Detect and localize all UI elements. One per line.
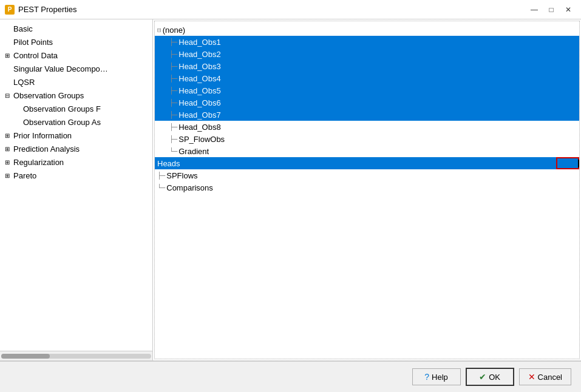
rtree-label-head-obs3: Head_Obs3 [178, 62, 220, 71]
left-panel: Basic Pilot Points ⊞ Control Data Singul… [0, 19, 153, 360]
cursor-box [556, 157, 579, 169]
cancel-button[interactable]: ✕ Cancel [519, 368, 571, 385]
minimize-button[interactable]: — [526, 3, 542, 16]
rtree-item-gradient[interactable]: └─ Gradient [155, 145, 579, 157]
tree-item-control-data[interactable]: ⊞ Control Data [0, 49, 152, 62]
cancel-label: Cancel [538, 373, 562, 382]
tree-item-prior-information[interactable]: ⊞ Prior Information [0, 129, 152, 142]
help-label: Help [432, 373, 448, 382]
rtree-label-heads: Heads [157, 159, 180, 168]
rtree-label-none: (none) [163, 25, 186, 35]
ok-label: OK [489, 373, 500, 382]
rtree-item-heads[interactable]: Heads [155, 157, 579, 169]
expand-control-data-icon[interactable]: ⊞ [2, 50, 12, 60]
connector: ├─ [169, 63, 177, 70]
rtree-item-head-obs3[interactable]: ├─ Head_Obs3 [155, 60, 579, 72]
expand-observation-groups-icon[interactable]: ⊟ [2, 90, 12, 100]
title-bar: P PEST Properties — □ ✕ [0, 0, 581, 19]
rtree-item-spflows[interactable]: ├─ SPFlows [155, 169, 579, 181]
tree-item-regularization[interactable]: ⊞ Regularization [0, 155, 152, 169]
connector: ├─ [169, 99, 177, 107]
window-title: PEST Properties [18, 5, 77, 14]
tree-item-svd[interactable]: Singular Value Decompo… [0, 62, 152, 75]
connector: ├─ [169, 87, 177, 95]
rtree-label-head-obs7: Head_Obs7 [178, 110, 220, 120]
rtree-label-head-obs1: Head_Obs1 [178, 38, 220, 47]
tree-label-obs-group-as: Observation Group As [22, 118, 101, 127]
tree-label-lqsr: LQSR [12, 78, 35, 87]
rtree-item-head-obs4[interactable]: ├─ Head_Obs4 [155, 72, 579, 84]
rtree-item-head-obs7[interactable]: ├─ Head_Obs7 [155, 109, 579, 121]
rtree-label-sp-flowobs: SP_FlowObs [178, 135, 225, 144]
tree-label-obs-groups-f: Observation Groups F [22, 104, 101, 113]
rtree-label-head-obs6: Head_Obs6 [178, 98, 220, 107]
left-tree[interactable]: Basic Pilot Points ⊞ Control Data Singul… [0, 19, 152, 351]
rtree-item-head-obs2[interactable]: ├─ Head_Obs2 [155, 48, 579, 60]
help-icon: ? [424, 372, 429, 382]
connector: ├─ [169, 111, 177, 119]
help-button[interactable]: ? Help [412, 368, 461, 385]
expand-icon: ⊟ [157, 26, 161, 34]
connector: └─ [169, 147, 177, 155]
rtree-label-head-obs8: Head_Obs8 [178, 123, 220, 132]
expand-prediction-analysis-icon[interactable]: ⊞ [2, 144, 12, 154]
tree-item-obs-group-as[interactable]: Observation Group As [10, 115, 152, 129]
rtree-item-head-obs8[interactable]: ├─ Head_Obs8 [155, 121, 579, 133]
expand-placeholder [2, 37, 12, 47]
maximize-button[interactable]: □ [543, 3, 559, 16]
title-bar-left: P PEST Properties [5, 5, 77, 15]
tree-label-prior-information: Prior Information [12, 131, 72, 140]
ok-button[interactable]: ✔ OK [466, 368, 514, 386]
rtree-item-comparisons[interactable]: └─ Comparisons [155, 181, 579, 194]
tree-label-prediction-analysis: Prediction Analysis [12, 144, 80, 154]
right-panel: ⊟ (none) ├─ Head_Obs1 ├─ Head_Obs2 ├─ He… [153, 19, 581, 360]
tree-label-basic: Basic [12, 24, 33, 33]
ok-icon: ✔ [479, 372, 486, 382]
tree-label-pilot-points: Pilot Points [12, 38, 53, 47]
connector: ├─ [169, 38, 177, 46]
expand-placeholder [2, 24, 12, 33]
tree-label-svd: Singular Value Decompo… [12, 64, 108, 73]
rtree-label-gradient: Gradient [178, 147, 209, 156]
tree-item-basic[interactable]: Basic [0, 22, 152, 35]
expand-placeholder [12, 104, 22, 113]
rtree-item-head-obs6[interactable]: ├─ Head_Obs6 [155, 96, 579, 109]
scrollbar-thumb[interactable] [1, 354, 50, 359]
close-button[interactable]: ✕ [560, 3, 576, 16]
right-tree[interactable]: ⊟ (none) ├─ Head_Obs1 ├─ Head_Obs2 ├─ He… [154, 21, 580, 359]
expand-placeholder [2, 77, 12, 87]
expand-placeholder [12, 117, 22, 127]
rtree-item-head-obs5[interactable]: ├─ Head_Obs5 [155, 84, 579, 96]
rtree-item-sp-flowobs[interactable]: ├─ SP_FlowObs [155, 133, 579, 145]
tree-item-pareto[interactable]: ⊞ Pareto [0, 169, 152, 182]
tree-label-pareto: Pareto [12, 171, 36, 180]
connector: ├─ [157, 172, 165, 180]
horizontal-scrollbar-area[interactable] [0, 351, 152, 360]
rtree-label-head-obs2: Head_Obs2 [178, 50, 220, 59]
tree-item-obs-groups-f[interactable]: Observation Groups F [10, 102, 152, 115]
connector: ├─ [169, 75, 177, 83]
horizontal-scrollbar[interactable] [1, 354, 151, 359]
expand-pareto-icon[interactable]: ⊞ [2, 171, 12, 180]
rtree-label-head-obs4: Head_Obs4 [178, 74, 220, 83]
tree-item-prediction-analysis[interactable]: ⊞ Prediction Analysis [0, 142, 152, 155]
rtree-item-head-obs1[interactable]: ├─ Head_Obs1 [155, 36, 579, 48]
bottom-bar: ? Help ✔ OK ✕ Cancel [0, 360, 581, 392]
main-container: Basic Pilot Points ⊞ Control Data Singul… [0, 19, 581, 360]
app-icon: P [5, 5, 15, 15]
tree-item-pilot-points[interactable]: Pilot Points [0, 35, 152, 49]
expand-regularization-icon[interactable]: ⊞ [2, 157, 12, 167]
tree-item-lqsr[interactable]: LQSR [0, 75, 152, 89]
tree-item-observation-groups[interactable]: ⊟ Observation Groups [0, 89, 152, 102]
connector: ├─ [169, 123, 177, 131]
expand-prior-information-icon[interactable]: ⊞ [2, 130, 12, 140]
connector: ├─ [169, 135, 177, 143]
tree-label-regularization: Regularization [12, 158, 64, 167]
rtree-label-head-obs5: Head_Obs5 [178, 86, 220, 95]
cancel-icon: ✕ [528, 372, 535, 382]
rtree-label-spflows: SPFlows [166, 171, 197, 180]
rtree-item-none[interactable]: ⊟ (none) [155, 24, 579, 36]
expand-placeholder [2, 64, 12, 73]
connector: ├─ [169, 50, 177, 58]
rtree-label-comparisons: Comparisons [166, 183, 213, 192]
